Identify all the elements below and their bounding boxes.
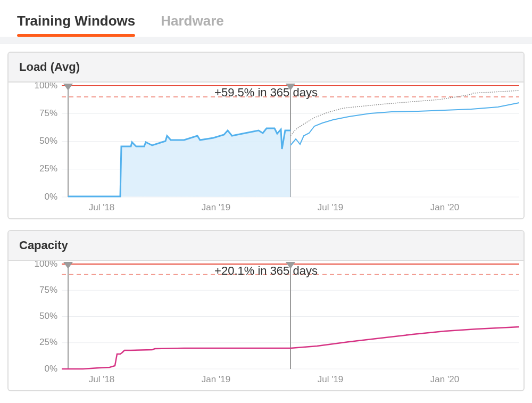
tab-training-windows[interactable]: Training Windows — [17, 13, 135, 37]
chart-load-svg: 0% 25% 50% 75% 100% Jul '18 Jan '19 Jul … — [9, 83, 521, 218]
load-actual-area — [68, 128, 290, 197]
y-tick: 75% — [39, 285, 57, 295]
x-tick: Jan '20 — [430, 374, 459, 384]
panel-capacity: Capacity +20.1% in 365 days — [7, 230, 525, 391]
x-tick: Jan '20 — [430, 202, 459, 212]
load-forecast-line — [290, 103, 519, 145]
app-root: Training Windows Hardware Load (Avg) +59… — [0, 0, 532, 403]
y-tick: 50% — [39, 311, 57, 321]
load-annotation: +59.5% in 365 days — [214, 86, 318, 100]
x-tick: Jul '19 — [318, 202, 344, 212]
y-tick: 25% — [39, 337, 57, 347]
x-tick: Jan '19 — [202, 202, 230, 212]
panel-capacity-title: Capacity — [9, 231, 523, 261]
panel-container: Load (Avg) +59.5% in 365 days — [0, 44, 532, 403]
x-tick: Jul '18 — [89, 202, 115, 212]
tab-hardware[interactable]: Hardware — [161, 13, 224, 37]
y-tick: 50% — [39, 136, 57, 146]
x-tick: Jul '18 — [89, 374, 115, 384]
y-tick: 100% — [35, 83, 57, 91]
x-tick: Jan '19 — [202, 374, 230, 384]
chart-capacity: +20.1% in 365 days — [9, 261, 523, 390]
chart-capacity-svg: 0% 25% 50% 75% 100% Jul '18 Jan '19 Jul … — [9, 261, 521, 390]
y-tick: 0% — [44, 192, 57, 202]
capacity-annotation: +20.1% in 365 days — [214, 264, 318, 278]
chart-load: +59.5% in 365 days — [9, 83, 523, 218]
divider — [0, 37, 532, 44]
y-tick: 25% — [39, 163, 57, 174]
y-tick: 100% — [35, 261, 57, 269]
x-tick: Jul '19 — [318, 374, 344, 384]
y-tick: 0% — [44, 364, 57, 374]
panel-load-title: Load (Avg) — [9, 53, 523, 83]
y-tick: 75% — [39, 108, 57, 118]
tab-bar: Training Windows Hardware — [0, 0, 532, 37]
panel-load: Load (Avg) +59.5% in 365 days — [7, 52, 525, 219]
